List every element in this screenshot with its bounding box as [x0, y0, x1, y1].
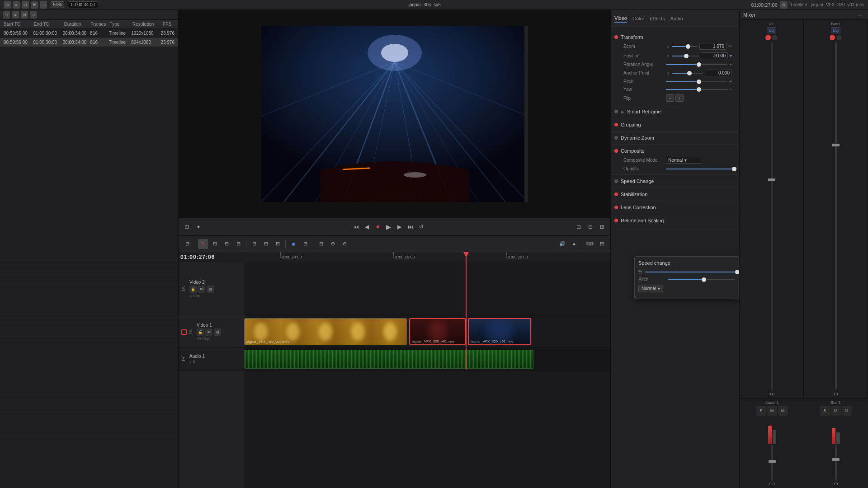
dynamic-trim-btn[interactable]: ⊟ — [222, 239, 231, 249]
rotation-edit[interactable]: + — [729, 62, 732, 67]
color-btn[interactable]: ■ — [288, 239, 298, 249]
lock-icon[interactable]: 🔒 — [189, 286, 197, 293]
link-icon-v1[interactable]: ⊟ — [214, 328, 221, 336]
pitch-slider[interactable] — [666, 81, 727, 82]
search-icon[interactable]: ⌕ — [30, 11, 37, 19]
view-dropdown-btn[interactable]: ▾ — [194, 222, 203, 231]
send-fader-a1[interactable] — [771, 445, 773, 481]
yaw-edit[interactable]: + — [729, 87, 732, 92]
bus1-fader-thumb[interactable] — [832, 144, 840, 146]
transform-header[interactable]: Transform — [614, 33, 736, 42]
zoom-edit[interactable]: ✏ — [728, 44, 732, 49]
rotation-slider[interactable] — [666, 64, 727, 65]
keyboard-btn[interactable]: ⌨ — [585, 239, 595, 249]
audio-settings-btn[interactable]: ● — [569, 239, 579, 249]
grid-view-icon[interactable]: ⊞ — [21, 11, 28, 19]
mixer-eq-a1[interactable]: EQ — [767, 27, 776, 33]
eye-icon[interactable]: 👁 — [198, 286, 205, 293]
timeline-settings-btn[interactable]: ⊟ — [182, 239, 192, 249]
opacity-slider[interactable] — [666, 169, 732, 169]
send-m2-btn-bus1[interactable]: M — [842, 406, 852, 416]
clip-red[interactable]: jaguar_VFX_320_v01.mov — [409, 318, 466, 345]
speed-rate-slider[interactable] — [645, 272, 735, 272]
flag-icon[interactable]: ⚑ — [31, 1, 38, 9]
bus1-fader[interactable] — [835, 42, 837, 390]
step-back-btn[interactable]: ◀ — [363, 222, 372, 231]
settings-icon[interactable]: ⚙ — [780, 1, 788, 9]
smart-reframe-header[interactable]: ▶ Smart Reframe — [614, 107, 736, 116]
tab-color[interactable]: Color — [632, 15, 644, 22]
send-m-btn[interactable]: M — [767, 406, 777, 416]
preview-scrollbar[interactable] — [524, 26, 528, 202]
lock-icon-v1[interactable]: 🔒 — [197, 328, 204, 336]
ripple-btn[interactable]: ⊟ — [316, 239, 326, 249]
a1-fader-thumb[interactable] — [768, 178, 775, 181]
pitch-thumb[interactable] — [697, 80, 701, 84]
cropping-header[interactable]: Cropping — [614, 120, 736, 129]
dynamic-zoom-header[interactable]: Dynamic Zoom — [614, 133, 736, 142]
a1-mute-dot[interactable] — [772, 35, 778, 40]
yaw-thumb[interactable] — [697, 87, 701, 92]
zoom-value[interactable]: 1.070 — [699, 43, 726, 50]
step-forward-btn[interactable]: ▶ — [395, 222, 404, 231]
speed-change-header[interactable]: Speed Change — [614, 177, 736, 186]
more-tools-btn[interactable]: ⊞ — [597, 239, 607, 249]
audio-icon-btn[interactable]: 🔊 — [557, 239, 567, 249]
cinema-btn[interactable]: ⊟ — [586, 222, 595, 231]
send-s-btn[interactable]: S — [756, 406, 766, 416]
send-fader-thumb-bus1[interactable] — [832, 458, 840, 461]
flag-btn[interactable]: ⊟ — [273, 239, 283, 249]
tab-audio[interactable]: Audio — [670, 15, 683, 22]
link-btn[interactable]: ⊟ — [261, 239, 271, 249]
table-row[interactable]: 00:59:56:00 01:00:30:00 00:00:34:00 816 … — [0, 29, 178, 38]
position-dropdown[interactable]: ▾ — [730, 53, 732, 58]
normal-mode-dropdown[interactable]: Normal ▾ — [638, 285, 663, 292]
select-tool-btn[interactable]: ↖ — [198, 239, 208, 249]
send-s-btn-bus1[interactable]: S — [820, 406, 830, 416]
tab-video[interactable]: Video — [614, 14, 627, 23]
tab-effects[interactable]: Effects — [650, 15, 665, 22]
link-icon[interactable]: ⊟ — [207, 286, 214, 293]
play-btn[interactable]: ▶ — [384, 222, 393, 231]
composite-header[interactable]: Composite — [614, 146, 736, 155]
anchor-value[interactable]: 0.000 — [705, 70, 732, 76]
trim-tool-btn[interactable]: ⊟ — [210, 239, 220, 249]
send-fader-thumb-a1[interactable] — [769, 460, 776, 463]
mixer-eq-bus1[interactable]: EQ — [831, 27, 840, 33]
view-options-btn[interactable]: ⊡ — [182, 222, 191, 231]
position-value[interactable]: -9.000 — [701, 52, 728, 59]
clip-blue[interactable]: jaguar_VFX_320_v01.mov — [468, 318, 531, 345]
a1-fader[interactable] — [771, 42, 773, 390]
zoom-level[interactable]: 54% — [51, 1, 64, 8]
go-to-start-btn[interactable]: ⏮ — [352, 222, 361, 231]
speed-thumb[interactable] — [735, 270, 739, 274]
fullscreen-btn[interactable]: ⊞ — [598, 222, 607, 231]
position-thumb[interactable] — [684, 54, 689, 58]
send-fader-bus1[interactable] — [835, 445, 837, 481]
zoom-slider[interactable] — [672, 46, 698, 47]
clip-gold[interactable]: jaguar_VFX_310_v02.mov — [244, 318, 407, 345]
snap-btn[interactable]: ⊟ — [249, 239, 259, 249]
send-m-btn-bus1[interactable]: M — [831, 406, 841, 416]
audio-clip[interactable] — [244, 350, 533, 369]
audio-meter-btn[interactable]: ⊟ — [300, 239, 310, 249]
pitch-edit[interactable]: + — [729, 79, 732, 84]
anchor-slider[interactable] — [672, 73, 703, 74]
list-view-icon[interactable]: ≡ — [12, 11, 19, 19]
current-timecode[interactable]: 00:00:34:00 — [68, 1, 98, 8]
eye-icon-v1[interactable]: 👁 — [205, 328, 212, 336]
pitch-popup-thumb[interactable] — [702, 277, 706, 282]
blade-tool-btn[interactable]: ⊟ — [233, 239, 243, 249]
media-pool-icon[interactable]: □ — [3, 11, 10, 19]
pitch-popup-slider[interactable] — [668, 279, 735, 280]
opacity-thumb[interactable] — [732, 167, 736, 171]
zoom-thumb[interactable] — [686, 44, 690, 49]
stop-btn[interactable]: ■ — [373, 222, 382, 231]
loop-btn[interactable]: ↺ — [417, 222, 426, 231]
flip-v-btn[interactable]: ↕ — [675, 94, 684, 102]
position-slider[interactable] — [672, 56, 699, 56]
flip-h-btn[interactable]: ↔ — [666, 94, 674, 102]
lens-correction-header[interactable]: Lens Correction — [614, 203, 736, 212]
zoom-out-btn[interactable]: ⊖ — [340, 239, 349, 249]
rotation-thumb[interactable] — [697, 62, 701, 67]
